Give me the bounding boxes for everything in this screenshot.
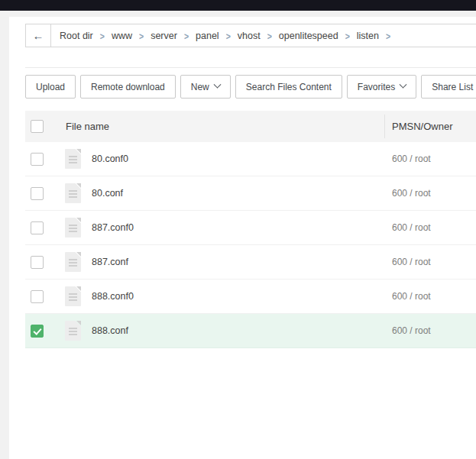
favorites-button[interactable]: Favorites <box>347 75 416 99</box>
upload-button[interactable]: Upload <box>25 75 76 99</box>
chevron-right-icon: > <box>267 31 272 41</box>
row-checkbox-checked[interactable] <box>31 325 44 338</box>
row-checkbox[interactable] <box>31 221 44 234</box>
chevron-right-icon: > <box>184 31 189 41</box>
breadcrumb-item[interactable]: Root dir <box>60 31 93 41</box>
toolbar-divider <box>25 67 476 68</box>
column-header-pmsn-owner: PMSN/Owner <box>392 111 452 142</box>
breadcrumb-item[interactable]: listen <box>357 31 379 41</box>
top-dark-bar <box>0 0 476 11</box>
column-separator <box>384 115 385 138</box>
file-name[interactable]: 888.conf0 <box>92 280 134 314</box>
button-label: Upload <box>36 82 65 92</box>
file-icon <box>65 218 81 238</box>
table-row[interactable]: 887.conf0600 / root <box>25 211 476 245</box>
chevron-down-icon <box>213 81 221 89</box>
file-name[interactable]: 80.conf <box>92 176 123 211</box>
chevron-right-icon: > <box>100 31 105 41</box>
chevron-down-icon <box>400 81 407 89</box>
pmsn-owner-value: 600 / root <box>392 245 431 280</box>
chevron-right-icon: > <box>139 31 144 41</box>
button-label: Remote download <box>91 82 165 92</box>
file-name[interactable]: 80.conf0 <box>92 142 128 176</box>
file-name[interactable]: 887.conf <box>92 245 128 280</box>
breadcrumb: Root dir>www>server>panel>vhost>openlite… <box>51 24 390 47</box>
file-icon <box>65 321 81 341</box>
button-label: Share List <box>432 82 473 92</box>
file-list: 80.conf0600 / root80.conf600 / root887.c… <box>25 142 476 348</box>
breadcrumb-item[interactable]: www <box>112 31 132 41</box>
table-header: File name PMSN/Owner <box>25 111 476 142</box>
back-button[interactable]: ← <box>26 24 51 47</box>
search-files-content-button[interactable]: Search Files Content <box>235 75 342 99</box>
table-row[interactable]: 887.conf600 / root <box>25 245 476 280</box>
breadcrumb-item[interactable]: panel <box>196 31 219 41</box>
breadcrumb-item[interactable]: openlitespeed <box>279 31 338 41</box>
table-row[interactable]: 80.conf0600 / root <box>25 142 476 176</box>
file-toolbar: UploadRemote downloadNewSearch Files Con… <box>25 75 476 99</box>
file-icon <box>65 183 81 203</box>
select-all-checkbox[interactable] <box>31 120 44 133</box>
pmsn-owner-value: 600 / root <box>392 176 431 211</box>
back-arrow-icon: ← <box>33 29 44 42</box>
row-checkbox[interactable] <box>31 290 44 303</box>
pmsn-owner-value: 600 / root <box>392 314 431 348</box>
chevron-right-icon: > <box>386 31 390 41</box>
file-icon <box>65 252 81 272</box>
pmsn-owner-value: 600 / root <box>392 142 431 176</box>
remote-download-button[interactable]: Remote download <box>80 75 176 99</box>
chevron-right-icon: > <box>226 31 231 41</box>
file-name[interactable]: 888.conf <box>92 314 128 348</box>
column-header-file-name: File name <box>66 111 109 142</box>
file-icon <box>65 149 81 169</box>
button-label: Search Files Content <box>246 82 332 92</box>
button-label: Favorites <box>358 82 395 92</box>
table-row[interactable]: 888.conf600 / root <box>25 314 476 348</box>
row-checkbox[interactable] <box>31 187 44 200</box>
file-name[interactable]: 887.conf0 <box>92 211 134 245</box>
table-row[interactable]: 888.conf0600 / root <box>25 280 476 314</box>
row-checkbox[interactable] <box>31 256 44 269</box>
file-icon <box>65 286 81 306</box>
breadcrumb-item[interactable]: server <box>151 31 177 41</box>
row-checkbox[interactable] <box>31 153 44 166</box>
breadcrumb-bar: ← Root dir>www>server>panel>vhost>openli… <box>25 24 476 47</box>
button-label: New <box>191 82 209 92</box>
table-row[interactable]: 80.conf600 / root <box>25 176 476 211</box>
pmsn-owner-value: 600 / root <box>392 211 431 245</box>
share-list-button[interactable]: Share List <box>421 75 476 99</box>
pmsn-owner-value: 600 / root <box>392 280 431 314</box>
chevron-right-icon: > <box>345 31 350 41</box>
breadcrumb-item[interactable]: vhost <box>238 31 261 41</box>
new-button[interactable]: New <box>180 75 231 99</box>
